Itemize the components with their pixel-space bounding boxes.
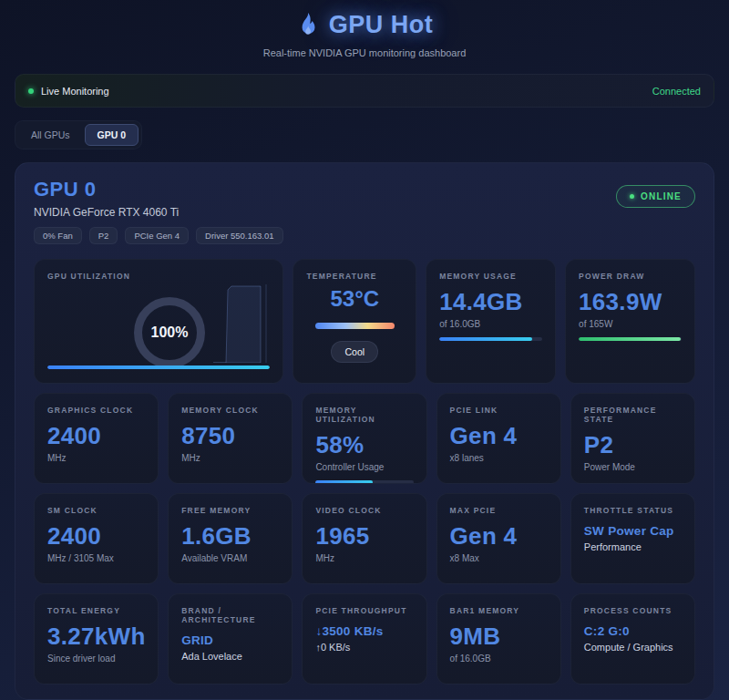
- stat-card-performance-state: PERFORMANCE STATEP2Power Mode: [570, 393, 695, 484]
- gpu-badge-3: Driver 550.163.01: [196, 227, 283, 244]
- card-label: MEMORY UTILIZATION: [315, 406, 413, 424]
- card-sub: Compute / Graphics: [584, 642, 682, 653]
- card-label: GPU UTILIZATION: [47, 272, 270, 281]
- stat-card-pcie-throughput: PCIE THROUGHPUT↓3500 KB/s↑0 KB/s: [302, 593, 426, 685]
- card-value: 2400: [47, 522, 145, 551]
- utilization-gauge: 100%: [134, 297, 205, 368]
- card-label: MEMORY USAGE: [439, 272, 542, 281]
- card-sub: x8 Max: [450, 553, 548, 563]
- power-draw-value: 163.9W: [579, 288, 682, 316]
- stat-card-throttle-status: THROTTLE STATUSSW Power CapPerformance: [570, 493, 695, 584]
- stat-card-gpu-utilization: GPU UTILIZATION 100%: [34, 259, 283, 384]
- memory-usage-value: 14.4GB: [439, 288, 542, 316]
- card-sub: Performance: [584, 541, 682, 552]
- live-monitoring-label: Live Monitoring: [41, 86, 109, 97]
- card-label: MAX PCIE: [450, 506, 548, 515]
- page-subtitle: Real-time NVIDIA GPU monitoring dashboar…: [0, 47, 729, 58]
- stat-card-video-clock: VIDEO CLOCK1965MHz: [302, 493, 426, 584]
- utilization-progress: [47, 365, 270, 369]
- online-dot-icon: [630, 194, 634, 199]
- stat-card-process-counts: PROCESS COUNTSC:2 G:0Compute / Graphics: [570, 593, 695, 685]
- memory-usage-sub: of 16.0GB: [439, 319, 542, 329]
- card-label: PCIE LINK: [450, 406, 548, 415]
- stat-card-memory-utilization: MEMORY UTILIZATION58%Controller Usage: [302, 393, 426, 484]
- card-label: PROCESS COUNTS: [584, 606, 682, 615]
- stat-card-temperature: TEMPERATURE 53°C Cool: [293, 259, 416, 384]
- card-value: ↓3500 KB/s: [315, 624, 413, 638]
- card-sub: ↑0 KB/s: [315, 642, 413, 653]
- card-value: Gen 4: [450, 422, 548, 450]
- card-label: BAR1 MEMORY: [450, 606, 548, 615]
- stat-card-brand-architecture: BRAND / ARCHITECTUREGRIDAda Lovelace: [168, 593, 293, 685]
- gpu-badge-0: 0% Fan: [34, 227, 82, 244]
- flame-icon: [296, 12, 320, 39]
- stat-card-total-energy: TOTAL ENERGY3.27kWhSince driver load: [34, 593, 159, 685]
- stat-card-graphics-clock: GRAPHICS CLOCK2400MHz: [34, 393, 159, 484]
- temperature-value: 53°C: [306, 286, 403, 312]
- card-label: BRAND / ARCHITECTURE: [181, 606, 279, 624]
- gpu-tabs: All GPUs GPU 0: [15, 120, 142, 149]
- utilization-value: 100%: [151, 324, 189, 341]
- stat-card-memory-usage: MEMORY USAGE 14.4GB of 16.0GB: [426, 259, 556, 384]
- card-label: FREE MEMORY: [181, 506, 279, 515]
- temperature-gradient-bar: [315, 323, 395, 329]
- card-label: PCIE THROUGHPUT: [315, 606, 413, 615]
- card-progress: [315, 480, 413, 484]
- card-value: Gen 4: [450, 522, 548, 551]
- card-value: GRID: [181, 633, 279, 647]
- gpu-title: GPU 0: [34, 178, 283, 201]
- card-sub: MHz / 3105 Max: [47, 553, 145, 563]
- online-badge: ONLINE: [616, 185, 695, 208]
- gpu-badge-1: P2: [89, 227, 118, 244]
- live-status-dot: [28, 88, 34, 94]
- stat-card-pcie-link: PCIE LINKGen 4x8 lanes: [436, 393, 561, 484]
- card-label: THROTTLE STATUS: [584, 506, 682, 515]
- card-value: SW Power Cap: [584, 524, 682, 538]
- stat-card-power-draw: POWER DRAW 163.9W of 165W: [565, 259, 695, 384]
- card-label: SM CLOCK: [47, 506, 145, 515]
- stat-card-max-pcie: MAX PCIEGen 4x8 Max: [436, 493, 561, 584]
- power-draw-sub: of 165W: [579, 319, 682, 329]
- card-value: 2400: [47, 422, 145, 450]
- card-value: 3.27kWh: [47, 623, 145, 651]
- card-value: 58%: [315, 431, 413, 459]
- card-label: PERFORMANCE STATE: [584, 406, 682, 424]
- temperature-status-badge: Cool: [331, 341, 378, 363]
- stat-card-sm-clock: SM CLOCK2400MHz / 3105 Max: [34, 493, 159, 584]
- gpu-panel: GPU 0 NVIDIA GeForce RTX 4060 Ti 0% FanP…: [15, 162, 714, 700]
- stat-card-free-memory: FREE MEMORY1.6GBAvailable VRAM: [168, 493, 293, 584]
- tab-all-gpus[interactable]: All GPUs: [18, 124, 83, 146]
- card-value: 9MB: [450, 623, 548, 651]
- card-label: POWER DRAW: [579, 272, 682, 281]
- gpu-badge-row: 0% FanP2PCIe Gen 4Driver 550.163.01: [34, 227, 283, 244]
- card-sub: Available VRAM: [181, 553, 279, 563]
- gpu-name: NVIDIA GeForce RTX 4060 Ti: [34, 206, 283, 219]
- power-draw-progress: [579, 337, 682, 341]
- card-value: C:2 G:0: [584, 624, 682, 638]
- gpu-badge-2: PCIe Gen 4: [125, 227, 189, 244]
- connection-status: Connected: [652, 86, 701, 97]
- card-sub: Power Mode: [584, 462, 682, 472]
- card-sub: MHz: [181, 453, 279, 463]
- card-sub: Since driver load: [47, 654, 145, 664]
- card-label: GRAPHICS CLOCK: [47, 406, 145, 415]
- card-sub: of 16.0GB: [450, 654, 548, 664]
- card-value: 1.6GB: [181, 522, 279, 551]
- page-title: GPU Hot: [329, 11, 434, 39]
- memory-usage-progress: [439, 337, 542, 341]
- card-label: TOTAL ENERGY: [47, 606, 145, 615]
- card-sub: Ada Lovelace: [181, 651, 279, 662]
- card-value: 1965: [315, 522, 413, 551]
- card-label: TEMPERATURE: [306, 272, 403, 281]
- card-label: MEMORY CLOCK: [181, 406, 279, 415]
- tab-gpu-0[interactable]: GPU 0: [85, 124, 139, 146]
- utilization-sparkline: [213, 284, 270, 363]
- live-monitoring-bar: Live Monitoring Connected: [15, 74, 714, 108]
- card-sub: MHz: [315, 553, 413, 563]
- card-value: P2: [584, 431, 682, 459]
- card-label: VIDEO CLOCK: [315, 506, 413, 515]
- app-header: GPU Hot Real-time NVIDIA GPU monitoring …: [0, 0, 729, 58]
- stat-card-bar1-memory: BAR1 MEMORY9MBof 16.0GB: [436, 593, 561, 685]
- card-sub: MHz: [47, 453, 145, 463]
- card-sub: x8 lanes: [450, 453, 548, 463]
